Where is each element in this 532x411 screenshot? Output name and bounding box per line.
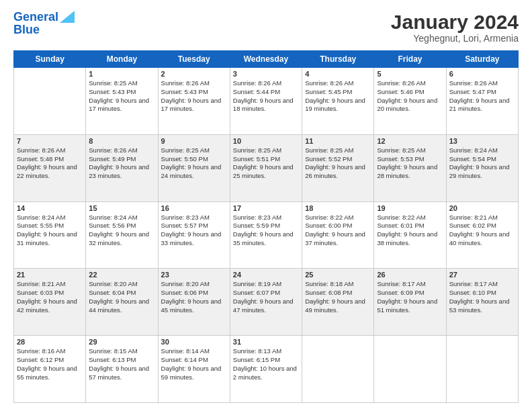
header: General Blue January 2024 Yeghegnut, Lor…: [13, 11, 519, 44]
calendar-cell: 6Sunrise: 8:26 AMSunset: 5:47 PMDaylight…: [446, 68, 518, 135]
cell-content: Sunrise: 8:26 AMSunset: 5:49 PMDaylight:…: [89, 146, 154, 181]
sunrise: Sunrise: 8:16 AM: [17, 347, 65, 355]
calendar-cell: 17Sunrise: 8:23 AMSunset: 5:59 PMDayligh…: [230, 201, 302, 269]
daylight: Daylight: 10 hours and 2 minutes.: [233, 365, 297, 381]
day-number: 1: [89, 70, 154, 78]
calendar-cell: 30Sunrise: 8:14 AMSunset: 6:14 PMDayligh…: [158, 336, 230, 403]
sunrise: Sunrise: 8:20 AM: [89, 280, 137, 287]
sunset: Sunset: 6:03 PM: [17, 289, 64, 296]
day-number: 6: [449, 70, 515, 78]
day-number: 28: [17, 338, 83, 346]
calendar-cell: 31Sunrise: 8:13 AMSunset: 6:15 PMDayligh…: [230, 336, 302, 403]
calendar-header-row: SundayMondayTuesdayWednesdayThursdayFrid…: [14, 51, 519, 68]
calendar-cell: 1Sunrise: 8:25 AMSunset: 5:43 PMDaylight…: [86, 68, 158, 135]
sunset: Sunset: 5:43 PM: [89, 88, 136, 95]
sunset: Sunset: 5:46 PM: [377, 88, 424, 95]
calendar-cell: 7Sunrise: 8:26 AMSunset: 5:48 PMDaylight…: [14, 134, 86, 201]
sunset: Sunset: 5:49 PM: [89, 155, 136, 163]
day-number: 18: [305, 204, 371, 212]
sunrise: Sunrise: 8:23 AM: [233, 214, 281, 221]
sunrise: Sunrise: 8:26 AM: [305, 79, 353, 87]
calendar-cell: 8Sunrise: 8:26 AMSunset: 5:49 PMDaylight…: [86, 134, 158, 201]
day-number: 27: [449, 271, 515, 279]
daylight: Daylight: 9 hours and 47 minutes.: [233, 298, 294, 314]
calendar-cell: 16Sunrise: 8:23 AMSunset: 5:57 PMDayligh…: [158, 201, 230, 269]
calendar-cell: 27Sunrise: 8:17 AMSunset: 6:10 PMDayligh…: [446, 269, 518, 336]
daylight: Daylight: 9 hours and 31 minutes.: [17, 230, 77, 246]
daylight: Daylight: 9 hours and 40 minutes.: [449, 230, 510, 246]
day-number: 23: [161, 271, 227, 279]
cell-content: Sunrise: 8:25 AMSunset: 5:50 PMDaylight:…: [161, 146, 227, 181]
cell-content: Sunrise: 8:26 AMSunset: 5:47 PMDaylight:…: [449, 79, 515, 113]
daylight: Daylight: 9 hours and 22 minutes.: [17, 163, 77, 179]
sunrise: Sunrise: 8:26 AM: [161, 79, 210, 87]
cell-content: Sunrise: 8:20 AMSunset: 6:04 PMDaylight:…: [89, 280, 154, 314]
sunrise: Sunrise: 8:25 AM: [233, 146, 281, 154]
sunrise: Sunrise: 8:13 AM: [233, 347, 281, 355]
daylight: Daylight: 9 hours and 32 minutes.: [89, 230, 149, 246]
sunrise: Sunrise: 8:24 AM: [89, 214, 137, 221]
calendar-cell: 14Sunrise: 8:24 AMSunset: 5:55 PMDayligh…: [14, 201, 86, 269]
daylight: Daylight: 9 hours and 21 minutes.: [449, 97, 510, 113]
calendar-cell: 3Sunrise: 8:26 AMSunset: 5:44 PMDaylight…: [230, 68, 302, 135]
calendar-cell: 9Sunrise: 8:25 AMSunset: 5:50 PMDaylight…: [158, 134, 230, 201]
daylight: Daylight: 9 hours and 55 minutes.: [17, 365, 77, 381]
sunset: Sunset: 6:10 PM: [449, 289, 496, 296]
calendar-cell: 18Sunrise: 8:22 AMSunset: 6:00 PMDayligh…: [302, 201, 374, 269]
sunset: Sunset: 6:07 PM: [233, 289, 280, 296]
calendar-cell: [374, 336, 446, 403]
sunset: Sunset: 5:47 PM: [449, 88, 496, 95]
day-header-friday: Friday: [374, 51, 446, 68]
day-number: 8: [89, 137, 154, 145]
sunset: Sunset: 6:15 PM: [233, 356, 280, 363]
sunrise: Sunrise: 8:19 AM: [233, 280, 281, 287]
calendar-cell: 4Sunrise: 8:26 AMSunset: 5:45 PMDaylight…: [302, 68, 374, 135]
sunset: Sunset: 5:50 PM: [161, 155, 208, 163]
calendar-cell: [446, 336, 518, 403]
day-number: 5: [377, 70, 443, 78]
daylight: Daylight: 9 hours and 24 minutes.: [161, 163, 222, 179]
title-block: January 2024 Yeghegnut, Lori, Armenia: [391, 11, 519, 44]
daylight: Daylight: 9 hours and 59 minutes.: [161, 365, 222, 381]
logo-blue-text: Blue: [13, 23, 40, 37]
cell-content: Sunrise: 8:26 AMSunset: 5:44 PMDaylight:…: [233, 79, 299, 113]
calendar: SundayMondayTuesdayWednesdayThursdayFrid…: [13, 50, 519, 403]
sunrise: Sunrise: 8:23 AM: [161, 214, 210, 221]
day-number: 22: [89, 271, 154, 279]
cell-content: Sunrise: 8:14 AMSunset: 6:14 PMDaylight:…: [161, 347, 227, 381]
cell-content: Sunrise: 8:24 AMSunset: 5:56 PMDaylight:…: [89, 214, 154, 248]
calendar-week-row: 7Sunrise: 8:26 AMSunset: 5:48 PMDaylight…: [14, 134, 519, 201]
day-number: 24: [233, 271, 299, 279]
logo-arrow-icon: [60, 11, 75, 23]
day-number: 12: [377, 137, 443, 145]
sunrise: Sunrise: 8:20 AM: [161, 280, 210, 287]
calendar-cell: 19Sunrise: 8:22 AMSunset: 6:01 PMDayligh…: [374, 201, 446, 269]
cell-content: Sunrise: 8:16 AMSunset: 6:12 PMDaylight:…: [17, 347, 83, 381]
day-number: 14: [17, 204, 83, 212]
day-header-sunday: Sunday: [14, 51, 86, 68]
cell-content: Sunrise: 8:22 AMSunset: 6:01 PMDaylight:…: [377, 214, 443, 248]
calendar-cell: 5Sunrise: 8:26 AMSunset: 5:46 PMDaylight…: [374, 68, 446, 135]
day-number: 26: [377, 271, 443, 279]
page: General Blue January 2024 Yeghegnut, Lor…: [0, 0, 532, 411]
sunset: Sunset: 6:04 PM: [89, 289, 136, 296]
day-number: 11: [305, 137, 371, 145]
daylight: Daylight: 9 hours and 18 minutes.: [233, 97, 294, 113]
calendar-week-row: 28Sunrise: 8:16 AMSunset: 6:12 PMDayligh…: [14, 336, 519, 403]
cell-content: Sunrise: 8:25 AMSunset: 5:43 PMDaylight:…: [89, 79, 154, 113]
sunrise: Sunrise: 8:22 AM: [305, 214, 353, 221]
sunset: Sunset: 5:44 PM: [233, 88, 280, 95]
calendar-cell: 21Sunrise: 8:21 AMSunset: 6:03 PMDayligh…: [14, 269, 86, 336]
cell-content: Sunrise: 8:25 AMSunset: 5:51 PMDaylight:…: [233, 146, 299, 181]
sunrise: Sunrise: 8:26 AM: [449, 79, 498, 87]
day-header-monday: Monday: [86, 51, 158, 68]
logo: General Blue: [13, 11, 75, 37]
calendar-cell: 11Sunrise: 8:25 AMSunset: 5:52 PMDayligh…: [302, 134, 374, 201]
cell-content: Sunrise: 8:13 AMSunset: 6:15 PMDaylight:…: [233, 347, 299, 381]
sunrise: Sunrise: 8:21 AM: [17, 280, 65, 287]
sunset: Sunset: 6:13 PM: [89, 356, 136, 363]
cell-content: Sunrise: 8:17 AMSunset: 6:09 PMDaylight:…: [377, 280, 443, 314]
sunrise: Sunrise: 8:15 AM: [89, 347, 137, 355]
daylight: Daylight: 9 hours and 45 minutes.: [161, 298, 222, 314]
cell-content: Sunrise: 8:25 AMSunset: 5:53 PMDaylight:…: [377, 146, 443, 181]
